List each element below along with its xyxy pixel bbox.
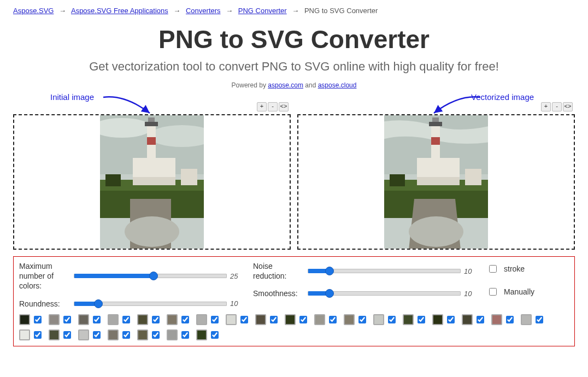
- max-colors-value: 25: [230, 272, 243, 280]
- color-swatch[interactable]: [78, 329, 102, 340]
- powered-link[interactable]: aspose.cloud: [318, 81, 357, 89]
- vectorization-controls-panel: Maximum number of colors: 25 Roundness:: [13, 256, 575, 346]
- color-swatch[interactable]: [521, 314, 545, 325]
- swatch-checkbox[interactable]: [181, 316, 189, 323]
- color-swatch[interactable]: [373, 314, 397, 325]
- svg-point-7: [125, 216, 179, 247]
- color-swatch[interactable]: [462, 314, 486, 325]
- smoothness-value: 10: [464, 290, 477, 298]
- breadcrumb: Aspose.SVG → Aspose.SVG Free Application…: [13, 7, 575, 15]
- smoothness-label: Smoothness:: [253, 288, 304, 298]
- arrow-icon: →: [59, 7, 66, 15]
- swatch-checkbox[interactable]: [152, 331, 160, 339]
- swatch-checkbox[interactable]: [270, 316, 278, 323]
- color-swatch[interactable]: [344, 314, 368, 325]
- color-swatch[interactable]: [285, 314, 309, 325]
- color-swatch[interactable]: [196, 314, 220, 325]
- vectorized-image: [384, 114, 488, 250]
- color-swatch[interactable]: [78, 314, 102, 325]
- color-swatch[interactable]: [255, 314, 279, 325]
- swatch-checkbox[interactable]: [299, 316, 307, 323]
- swatch-checkbox[interactable]: [240, 316, 248, 323]
- swatch-checkbox[interactable]: [93, 316, 101, 323]
- color-swatch[interactable]: [19, 329, 43, 340]
- swatch-checkbox[interactable]: [63, 316, 71, 323]
- color-swatch[interactable]: [19, 314, 43, 325]
- swatch-checkbox[interactable]: [63, 331, 71, 339]
- color-swatch[interactable]: [167, 314, 191, 325]
- swatch-checkbox[interactable]: [358, 316, 366, 323]
- swatch-checkbox[interactable]: [536, 316, 543, 323]
- arrow-icon: [101, 95, 155, 116]
- zoom-in-button[interactable]: +: [257, 102, 267, 111]
- color-swatch[interactable]: [491, 314, 515, 325]
- manually-checkbox-row[interactable]: Manually: [487, 286, 569, 297]
- color-swatch[interactable]: [226, 314, 250, 325]
- swatch-checkbox[interactable]: [418, 316, 425, 323]
- breadcrumb-link[interactable]: Converters: [186, 7, 221, 15]
- breadcrumb-link[interactable]: PNG Converter: [238, 7, 287, 15]
- color-swatch[interactable]: [108, 314, 132, 325]
- noise-slider[interactable]: [308, 269, 461, 273]
- breadcrumb-link[interactable]: Aspose.SVG: [13, 7, 54, 15]
- swatch-color-box: [432, 314, 443, 325]
- zoom-in-button[interactable]: +: [541, 102, 551, 111]
- initial-image-frame[interactable]: [13, 114, 291, 250]
- swatch-checkbox[interactable]: [34, 331, 42, 339]
- color-swatch[interactable]: [403, 314, 427, 325]
- svg-rect-22: [417, 177, 460, 185]
- color-swatch[interactable]: [432, 314, 456, 325]
- max-colors-slider-group: Maximum number of colors: 25: [19, 261, 243, 291]
- breadcrumb-link[interactable]: Aspose.SVG Free Applications: [71, 7, 168, 15]
- swatch-checkbox[interactable]: [211, 331, 219, 339]
- svg-rect-14: [181, 169, 197, 185]
- swatch-checkbox[interactable]: [447, 316, 455, 323]
- color-swatch[interactable]: [167, 329, 191, 340]
- swatch-checkbox[interactable]: [93, 331, 101, 339]
- stroke-checkbox-row[interactable]: stroke: [487, 263, 569, 274]
- swatch-color-box: [49, 329, 60, 340]
- color-swatch[interactable]: [314, 314, 338, 325]
- zoom-swap-button[interactable]: <>: [563, 102, 573, 111]
- color-swatch[interactable]: [108, 329, 132, 340]
- stroke-checkbox[interactable]: [489, 265, 497, 273]
- swatch-checkbox[interactable]: [181, 331, 189, 339]
- swatch-checkbox[interactable]: [122, 331, 130, 339]
- swatch-checkbox[interactable]: [122, 316, 130, 323]
- color-swatch[interactable]: [49, 329, 73, 340]
- color-swatch[interactable]: [49, 314, 73, 325]
- color-swatch[interactable]: [137, 329, 161, 340]
- vectorized-image-frame[interactable]: [297, 114, 575, 250]
- swatch-checkbox[interactable]: [152, 316, 160, 323]
- breadcrumb-current: PNG to SVG Converter: [304, 7, 378, 15]
- roundness-slider-group: Roundness: 10: [19, 299, 243, 309]
- swatch-checkbox[interactable]: [34, 316, 42, 323]
- manually-checkbox[interactable]: [489, 288, 497, 296]
- color-swatches: [19, 314, 569, 340]
- swatch-color-box: [196, 314, 207, 325]
- powered-link[interactable]: aspose.com: [268, 81, 303, 89]
- color-swatch[interactable]: [196, 329, 220, 340]
- svg-rect-15: [105, 174, 121, 186]
- svg-rect-26: [432, 117, 439, 122]
- roundness-label: Roundness:: [19, 299, 70, 309]
- max-colors-slider[interactable]: [74, 274, 227, 278]
- swatch-checkbox[interactable]: [388, 316, 396, 323]
- swatch-checkbox[interactable]: [506, 316, 514, 323]
- zoom-controls: + - <>: [257, 102, 289, 111]
- zoom-out-button[interactable]: -: [552, 102, 562, 111]
- swatch-color-box: [462, 314, 473, 325]
- zoom-out-button[interactable]: -: [268, 102, 278, 111]
- swatch-checkbox[interactable]: [211, 316, 219, 323]
- page-subtitle: Get vectorization tool to convert PNG to…: [13, 60, 575, 74]
- zoom-swap-button[interactable]: <>: [279, 102, 289, 111]
- roundness-slider[interactable]: [74, 302, 227, 306]
- color-swatch[interactable]: [137, 314, 161, 325]
- swatch-color-box: [314, 314, 325, 325]
- zoom-controls: + - <>: [541, 102, 573, 111]
- smoothness-slider[interactable]: [308, 291, 461, 296]
- swatch-checkbox[interactable]: [477, 316, 484, 323]
- svg-rect-24: [431, 137, 440, 145]
- annotation-layer: Initial image Vectorized image: [13, 92, 575, 114]
- swatch-checkbox[interactable]: [329, 316, 337, 323]
